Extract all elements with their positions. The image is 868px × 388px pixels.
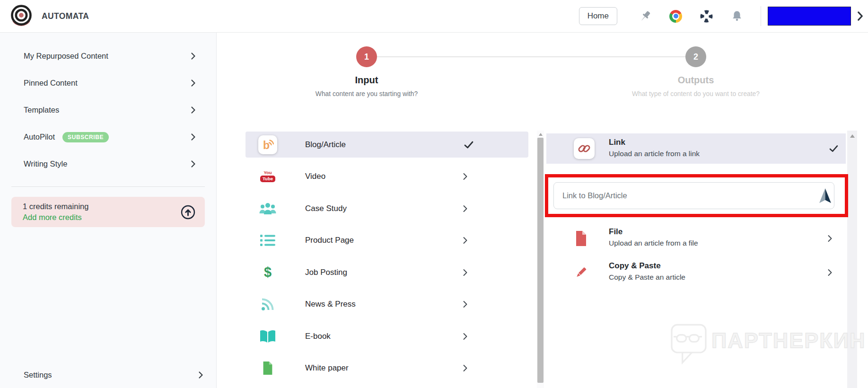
input-type-label: News & Press <box>305 300 356 309</box>
chevron-right-icon <box>828 235 832 242</box>
chevron-right-icon <box>463 333 467 340</box>
upload-method-title: Link <box>609 138 625 147</box>
sidebar-item-my-repurposed-content[interactable]: My Repurposed Content <box>0 43 216 70</box>
header: AUTOMATA Home <box>0 0 868 33</box>
sidebar-item-settings[interactable]: Settings <box>0 362 216 388</box>
upgrade-arrow-icon[interactable] <box>181 205 195 220</box>
document-icon <box>258 358 278 378</box>
input-type-blog-article[interactable]: b Blog/Article <box>245 132 528 158</box>
chevron-right-icon <box>191 53 195 60</box>
credits-card: 1 credits remaining Add more credits <box>11 197 205 227</box>
app-logo-icon[interactable] <box>9 4 33 30</box>
input-type-label: E-book <box>305 332 331 341</box>
upload-method-subtitle: Upload an article from a file <box>609 239 698 247</box>
input-type-product-page[interactable]: Product Page <box>245 227 528 253</box>
list-icon <box>258 230 278 250</box>
input-type-video[interactable]: You Tube Video <box>245 163 528 189</box>
sidebar-item-writing-style[interactable]: Writing Style <box>0 150 216 177</box>
chevron-right-icon <box>463 269 467 276</box>
people-group-icon <box>258 199 278 219</box>
stepper-connector-line <box>367 56 696 57</box>
input-type-label: Video <box>305 172 325 181</box>
sidebar-item-autopilot[interactable]: AutoPilot SUBSCRIBE <box>0 123 216 150</box>
step-2-caption: What type of content do you want to crea… <box>611 90 781 97</box>
upload-method-copy-paste[interactable]: Copy & Paste Copy & Paste an article <box>546 258 846 287</box>
input-type-label: Case Study <box>305 204 347 213</box>
scroll-up-icon[interactable] <box>850 134 855 138</box>
chevron-right-icon <box>463 237 467 244</box>
sidebar-item-label: Writing Style <box>24 159 67 168</box>
bell-icon[interactable] <box>731 10 743 22</box>
subscribe-badge: SUBSCRIBE <box>62 132 109 142</box>
app-root: AUTOMATA Home <box>0 0 868 388</box>
middle-scrollbar[interactable] <box>537 131 544 388</box>
scroll-up-icon[interactable] <box>539 133 543 136</box>
sidebar-item-label: Settings <box>24 370 52 379</box>
watermark-text: ПАРТНЕРКИН <box>711 328 866 353</box>
redacted-account-area[interactable] <box>768 7 851 26</box>
sidebar-item-templates[interactable]: Templates <box>0 97 216 123</box>
open-book-icon <box>258 326 278 346</box>
sidebar-divider <box>11 186 205 187</box>
chevron-right-icon <box>463 364 467 371</box>
rss-icon <box>258 294 278 314</box>
send-cursor-icon[interactable] <box>819 188 831 203</box>
sidebar-item-label: My Repurposed Content <box>24 52 108 61</box>
upload-method-link[interactable]: Link Upload an article from a link <box>546 133 846 164</box>
step-1-caption: What content are you starting with? <box>281 90 452 97</box>
sidebar-item-label: AutoPilot <box>24 132 55 141</box>
step-2-circle: 2 <box>685 46 706 67</box>
blog-icon: b <box>258 135 278 155</box>
input-type-label: Blog/Article <box>305 140 346 150</box>
input-type-ebook[interactable]: E-book <box>245 323 528 349</box>
header-divider <box>761 6 761 26</box>
file-icon <box>574 230 588 247</box>
step-1-circle: 1 <box>356 46 377 67</box>
chevron-right-icon <box>828 269 832 276</box>
header-chevron-right-icon[interactable] <box>857 11 863 21</box>
input-type-white-paper[interactable]: White paper <box>245 355 528 381</box>
chevron-right-icon <box>191 160 195 168</box>
help-lifering-icon[interactable] <box>700 10 713 23</box>
chevron-right-icon <box>191 79 195 87</box>
step-1-title: Input <box>296 75 438 86</box>
check-icon <box>464 141 473 149</box>
scrollbar-thumb[interactable] <box>537 138 544 383</box>
chevron-right-icon <box>463 205 467 212</box>
credits-remaining-text: 1 credits remaining <box>23 202 88 211</box>
sidebar-item-label: Templates <box>24 106 59 115</box>
upload-method-title: File <box>609 227 623 237</box>
home-button[interactable]: Home <box>579 7 617 25</box>
dollar-icon: $ <box>258 263 278 282</box>
sidebar-item-label: Pinned Content <box>24 79 78 88</box>
chevron-right-icon <box>191 133 195 141</box>
youtube-icon: You Tube <box>258 167 278 186</box>
sidebar-item-pinned-content[interactable]: Pinned Content <box>0 70 216 97</box>
check-icon <box>829 145 838 152</box>
brand-title: AUTOMATA <box>42 0 89 32</box>
svg-text:b: b <box>263 139 270 151</box>
pushpin-icon[interactable] <box>639 10 651 23</box>
input-type-news-press[interactable]: News & Press <box>245 291 528 317</box>
step-2-title: Outputs <box>625 75 767 86</box>
upload-method-subtitle: Upload an article from a link <box>609 150 700 158</box>
header-actions: Home <box>579 0 863 32</box>
upload-method-subtitle: Copy & Paste an article <box>609 273 685 282</box>
link-url-input[interactable] <box>553 182 834 209</box>
add-more-credits-link[interactable]: Add more credits <box>23 213 88 222</box>
input-type-label: White paper <box>305 363 349 373</box>
link-chain-icon <box>574 138 595 159</box>
input-type-label: Job Posting <box>305 268 347 277</box>
input-type-label: Product Page <box>305 236 354 245</box>
chevron-right-icon <box>463 300 467 308</box>
chevron-right-icon <box>463 173 467 180</box>
input-type-case-study[interactable]: Case Study <box>245 195 528 221</box>
upload-method-file[interactable]: File Upload an article from a file <box>546 224 846 253</box>
pencil-icon <box>574 265 588 280</box>
sidebar: My Repurposed Content Pinned Content Tem… <box>0 32 217 388</box>
chrome-icon[interactable] <box>669 10 682 23</box>
chevron-right-icon <box>191 106 195 114</box>
input-type-job-posting[interactable]: $ Job Posting <box>245 259 528 285</box>
chevron-right-icon <box>199 371 203 379</box>
upload-method-title: Copy & Paste <box>609 261 661 271</box>
